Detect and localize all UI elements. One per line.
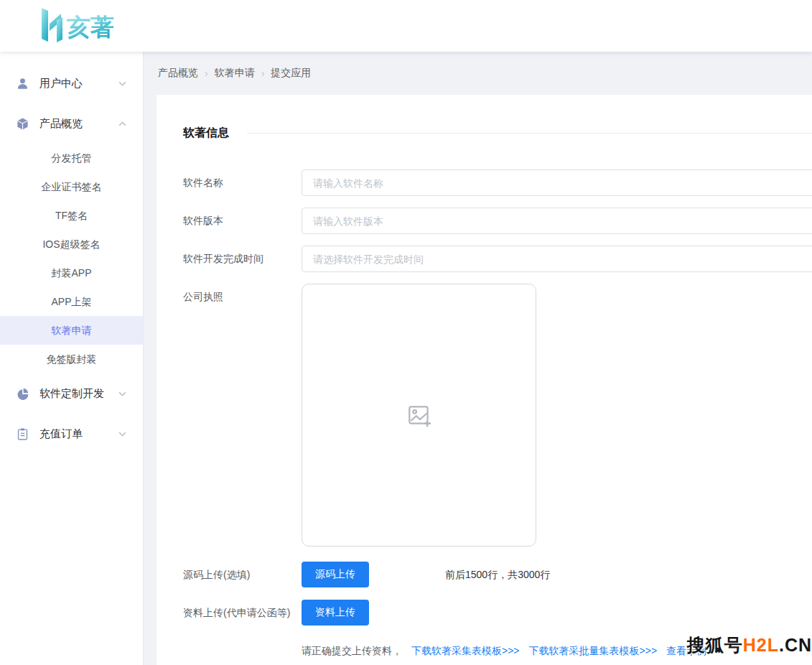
sidebar: 用户中心 产品概览 分发托管 企业证书签名 TF签名 IOS超级签名 封装APP… (0, 52, 144, 665)
software-name-input[interactable] (302, 169, 812, 196)
form-row-company-license: 公司执照 (183, 284, 812, 547)
sidebar-item-label: 充值订单 (39, 427, 118, 441)
sidebar-item-app-launch[interactable]: APP上架 (0, 287, 143, 316)
source-upload-label: 源码上传(选填) (183, 562, 302, 587)
sidebar-item-signfree-package[interactable]: 免签版封装 (0, 345, 143, 373)
watermark-highlight: H2L (743, 635, 779, 655)
sidebar-item-recharge-orders[interactable]: 充值订单 (0, 414, 143, 454)
section-head: 软著信息 (183, 126, 812, 141)
sidebar-item-user-center[interactable]: 用户中心 (0, 63, 143, 103)
copyright-form: 软件名称 软件版本 软件开发完成时间 公司执照 (183, 169, 812, 658)
upload-note-text: 请正确提交上传资料， (302, 643, 402, 658)
software-name-label: 软件名称 (183, 169, 302, 196)
company-license-label: 公司执照 (183, 284, 302, 547)
breadcrumb-separator-icon: › (205, 68, 208, 79)
image-plus-icon (406, 401, 433, 429)
download-collection-template-link[interactable]: 下载软著采集表模板>>> (411, 643, 520, 658)
sidebar-item-distribution-hosting[interactable]: 分发托管 (0, 144, 143, 172)
material-upload-label: 资料上传(代申请公函等) (183, 600, 302, 626)
section-title: 软著信息 (183, 126, 229, 141)
breadcrumb-item-product-overview[interactable]: 产品概览 (158, 67, 198, 80)
form-row-completion-date: 软件开发完成时间 (183, 246, 812, 272)
main-content: 产品概览 › 软著申请 › 提交应用 软著信息 软件名称 软件版本 (144, 52, 812, 665)
chevron-down-icon (118, 429, 127, 439)
software-version-label: 软件版本 (183, 208, 302, 234)
sidebar-item-label: 用户中心 (39, 77, 118, 90)
form-card: 软著信息 软件名称 软件版本 软件开发完成时间 (157, 95, 812, 665)
logo-h-mark (42, 8, 62, 42)
form-row-material-upload: 资料上传(代申请公函等) 资料上传 (183, 600, 812, 626)
watermark: 搜狐号H2L.CN (687, 633, 812, 657)
material-upload-button[interactable]: 资料上传 (302, 600, 369, 626)
clipboard-icon (16, 427, 29, 441)
form-row-software-version: 软件版本 (183, 208, 812, 234)
breadcrumb-item-submit-app[interactable]: 提交应用 (271, 67, 311, 80)
app-header: 亥著 (0, 0, 812, 52)
completion-date-input[interactable] (302, 246, 812, 272)
form-row-software-name: 软件名称 (183, 169, 812, 196)
watermark-suffix: .CN (779, 635, 812, 655)
breadcrumb: 产品概览 › 软著申请 › 提交应用 (144, 52, 812, 95)
sidebar-item-product-overview[interactable]: 产品概览 (0, 103, 143, 144)
sidebar-submenu-product-overview: 分发托管 企业证书签名 TF签名 IOS超级签名 封装APP APP上架 软著申… (0, 144, 143, 373)
watermark-prefix: 搜狐号 (687, 635, 743, 655)
form-row-source-upload: 源码上传(选填) 源码上传 前后1500行，共3000行 (183, 562, 812, 587)
sidebar-item-label: 产品概览 (39, 117, 118, 131)
source-upload-button[interactable]: 源码上传 (302, 562, 369, 587)
breadcrumb-separator-icon: › (261, 68, 265, 79)
chevron-down-icon (118, 389, 127, 399)
sidebar-item-tf-sign[interactable]: TF签名 (0, 201, 143, 230)
sidebar-item-package-app[interactable]: 封装APP (0, 259, 143, 287)
sidebar-item-custom-development[interactable]: 软件定制开发 (0, 373, 143, 414)
software-version-input[interactable] (302, 208, 812, 234)
sidebar-item-ios-super-sign[interactable]: IOS超级签名 (0, 230, 143, 259)
source-upload-hint: 前后1500行，共3000行 (445, 562, 550, 587)
sidebar-item-software-copyright[interactable]: 软著申请 (0, 316, 143, 345)
chevron-up-icon (118, 119, 127, 129)
breadcrumb-item-software-copyright[interactable]: 软著申请 (215, 67, 255, 80)
brand-logo: 亥著 (32, 5, 127, 47)
pie-chart-icon (16, 387, 29, 401)
sidebar-item-label: 软件定制开发 (39, 387, 118, 401)
section-divider (247, 133, 812, 134)
download-batch-template-link[interactable]: 下载软著采批量集表模板>>> (529, 643, 658, 658)
logo-text: 亥著 (66, 14, 114, 40)
sidebar-item-enterprise-cert-sign[interactable]: 企业证书签名 (0, 172, 143, 201)
company-license-uploader[interactable] (302, 284, 536, 547)
cube-icon (16, 117, 29, 131)
user-icon (16, 77, 29, 90)
completion-date-label: 软件开发完成时间 (183, 246, 302, 272)
chevron-down-icon (118, 79, 127, 88)
